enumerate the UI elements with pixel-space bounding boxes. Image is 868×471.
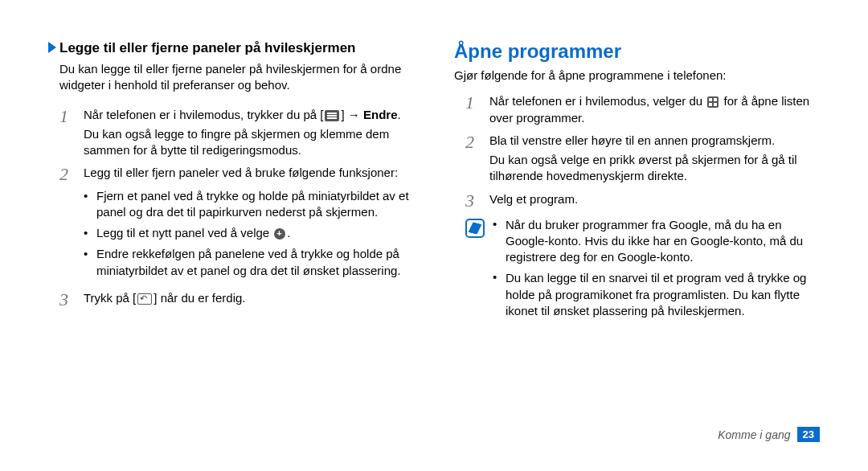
- step-text: Når telefonen er i hvilemodus, trykker d…: [84, 108, 323, 121]
- step-text: Legg til eller fjern paneler ved å bruke…: [84, 165, 422, 181]
- step-2-left: 2 Legg til eller fjern paneler ved å bru…: [48, 165, 422, 284]
- bullet-icon: •: [84, 188, 92, 221]
- step-1-left: 1 Når telefonen er i hvilemodus, trykker…: [48, 107, 422, 159]
- menu-icon: [325, 110, 339, 121]
- bullet-icon: •: [84, 246, 92, 279]
- intro-text-left: Du kan legge til eller fjerne paneler på…: [48, 61, 422, 94]
- step-number: 3: [59, 290, 74, 309]
- section-name: Komme i gang: [718, 428, 790, 441]
- main-heading-right: Åpne programmer: [454, 40, 828, 63]
- step-number: 2: [59, 165, 74, 184]
- bullet-text: Legg til et nytt panel ved å velge: [96, 226, 272, 240]
- step-text: ] når du er ferdig.: [154, 291, 245, 305]
- list-item: • Legg til et nytt panel ved å velge .: [84, 225, 422, 241]
- section-heading-left: Legge til eller fjerne paneler på hviles…: [48, 40, 422, 56]
- step-text: ] →: [341, 108, 363, 121]
- step-number: 1: [59, 107, 74, 126]
- list-item: • Endre rekkefølgen på panelene ved å tr…: [84, 246, 422, 279]
- note-block: • Når du bruker programmer fra Google, m…: [454, 217, 828, 325]
- plus-icon: [274, 228, 285, 240]
- step-number: 1: [465, 93, 480, 113]
- step-extra-text: Du kan også velge en prikk øverst på skj…: [489, 152, 828, 185]
- step-number: 2: [465, 133, 480, 152]
- step-3-right: 3 Velg et program.: [454, 191, 828, 211]
- bullet-text: Endre rekkefølgen på panelene ved å tryk…: [96, 246, 422, 279]
- step-2-right: 2 Bla til venstre eller høyre til en ann…: [454, 133, 828, 185]
- step-text: Velg et program.: [489, 191, 828, 207]
- list-item: • Fjern et panel ved å trykke og holde p…: [84, 188, 422, 221]
- left-column: Legge til eller fjerne paneler på hviles…: [48, 40, 422, 324]
- step-text: Bla til venstre eller høyre til en annen…: [489, 133, 828, 149]
- bullet-icon: •: [84, 225, 92, 241]
- bold-word: Endre: [363, 108, 398, 121]
- note-icon: [465, 219, 485, 238]
- step-number: 3: [465, 191, 480, 211]
- page-footer: Komme i gang 23: [718, 427, 820, 442]
- bullet-text: .: [287, 226, 290, 240]
- list-item: • Når du bruker programmer fra Google, m…: [493, 217, 828, 266]
- step-3-left: 3 Trykk på [] når du er ferdig.: [48, 290, 422, 309]
- bullet-icon: •: [493, 270, 501, 319]
- step-extra-text: Du kan også legge to fingre på skjermen …: [84, 126, 422, 159]
- step-text: Trykk på [: [84, 291, 136, 305]
- bullet-icon: •: [493, 217, 501, 266]
- page-number: 23: [797, 427, 820, 442]
- list-item: • Du kan legge til en snarvei til et pro…: [493, 270, 828, 319]
- apps-grid-icon: [707, 96, 719, 108]
- bullet-text: Du kan legge til en snarvei til et progr…: [506, 270, 828, 319]
- right-column: Åpne programmer Gjør følgende for å åpne…: [454, 40, 828, 324]
- bullet-text: Når du bruker programmer fra Google, må …: [506, 217, 828, 266]
- bullet-text: Fjern et panel ved å trykke og holde på …: [96, 188, 422, 221]
- step-1-right: 1 Når telefonen er i hvilemodus, velger …: [454, 93, 828, 126]
- step-text: Når telefonen er i hvilemodus, velger du: [489, 94, 706, 108]
- back-icon: [137, 293, 152, 305]
- intro-text-right: Gjør følgende for å åpne programmene i t…: [454, 68, 828, 84]
- step-text: .: [398, 108, 401, 121]
